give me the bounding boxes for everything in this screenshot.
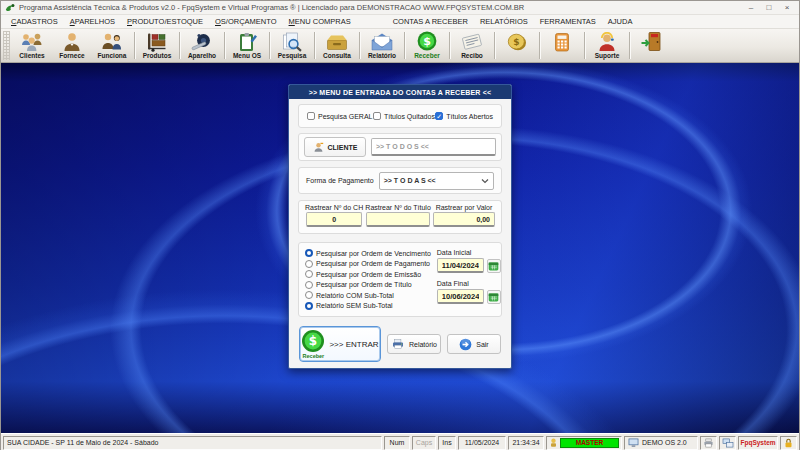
menu-ajuda[interactable]: AJUDA (602, 15, 639, 28)
toolbar-menu-os-button[interactable]: Menu OS (227, 29, 267, 62)
window-titlebar[interactable]: Programa Assistência Técnica & Produtos … (1, 1, 799, 15)
checkbox-titulos-abertos[interactable]: ✓ Títulos Abertos (435, 112, 493, 120)
service-order-icon (235, 31, 259, 52)
toolbar-receber-button[interactable]: $ Receber (407, 29, 447, 62)
status-location: SUA CIDADE - SP 11 de Maio de 2024 - Sáb… (3, 436, 382, 450)
checkbox-group: Pesquisa GERAL Títulos Quitados ✓ Título… (298, 104, 502, 128)
dialog-body: Pesquisa GERAL Títulos Quitados ✓ Título… (289, 99, 511, 362)
search-icon (280, 31, 304, 52)
radio-relatorio-sem-subtotal[interactable]: Relatório SEM Sub-Total (305, 301, 431, 311)
dialog-buttons-row: $ Receber >>> ENTRAR (298, 326, 502, 362)
forma-pagamento-select[interactable]: >> T O D A S << (379, 172, 494, 190)
cliente-group: CLIENTE (298, 133, 502, 161)
chevron-down-icon (481, 178, 489, 184)
toolbar-calculadora-button[interactable] (542, 29, 582, 62)
status-network-panel (719, 436, 736, 450)
sair-button[interactable]: Sair (447, 334, 501, 354)
toolbar-clientes-label: Clientes (19, 52, 44, 60)
rastrear-valor-input[interactable] (433, 212, 495, 227)
toolbar-moeda-button[interactable]: $ (497, 29, 537, 62)
radio-ordem-vencimento[interactable]: Pesquisar por Ordem de Vencimento (305, 248, 431, 258)
data-inicial-input[interactable] (437, 258, 484, 273)
minimize-button[interactable]: – (743, 2, 759, 14)
dialog-titlebar[interactable]: >> MENU DE ENTRADA DO CONTAS A RECEBER <… (289, 85, 511, 99)
rastrear-titulo-input[interactable] (366, 212, 430, 227)
entrar-button[interactable]: $ Receber >>> ENTRAR (299, 326, 381, 362)
rastrear-ch-input[interactable] (306, 212, 362, 227)
toolbar-aparelho-button[interactable]: Aparelho (182, 29, 222, 62)
toolbar-clientes-button[interactable]: Clientes (12, 29, 52, 62)
radio-relatorio-com-subtotal[interactable]: Relatório COM Sub-Total (305, 290, 431, 300)
status-user-badge: MASTER (560, 438, 619, 448)
menu-aparelhos[interactable]: APARELHOS (64, 15, 121, 28)
toolbar-separator (584, 32, 585, 59)
status-bar: SUA CIDADE - SP 11 de Maio de 2024 - Sáb… (1, 433, 799, 450)
radio-circle[interactable] (305, 270, 313, 278)
menu-contas-a-receber[interactable]: CONTAS A RECEBER (387, 15, 474, 28)
radio-circle[interactable] (305, 302, 313, 310)
toolbar-recibo-button[interactable]: Recibo (452, 29, 492, 62)
toolbar-produtos-button[interactable]: Produtos (137, 29, 177, 62)
toolbar-suporte-label: Suporte (595, 52, 620, 60)
toolbar-suporte-button[interactable]: Suporte (587, 29, 627, 62)
receber-dollar-icon: $ Receber (301, 329, 325, 359)
checkbox-box[interactable] (307, 112, 315, 120)
checkbox-box[interactable] (373, 112, 381, 120)
menu-os-orcamento[interactable]: OS/ORÇAMENTO (209, 15, 283, 28)
toolbar-sair-button[interactable] (632, 29, 672, 62)
radio-label: Pesquisar por Ordem de Pagamento (316, 260, 430, 267)
radio-ordem-titulo[interactable]: Pesquisar por Ordem de Título (305, 280, 431, 290)
calculator-icon (550, 31, 574, 52)
menu-cadastros[interactable]: CADASTROS (5, 15, 64, 28)
network-icon (722, 438, 734, 448)
toolbar-pesquisa-button[interactable]: Pesquisa (272, 29, 312, 62)
menu-bar: CADASTROS APARELHOS PRODUTO/ESTOQUE OS/O… (1, 15, 799, 29)
radio-ordem-pagamento[interactable]: Pesquisar por Ordem de Pagamento (305, 259, 431, 269)
menu-relatorios[interactable]: RELATÓRIOS (474, 15, 534, 28)
status-brand: FpqSystem (738, 436, 778, 450)
toolbar-consulta-button[interactable]: Consulta (317, 29, 357, 62)
radio-circle[interactable] (305, 291, 313, 299)
ordenacao-group: Pesquisar por Ordem de Vencimento Pesqui… (298, 242, 502, 317)
toolbar-fornece-label: Fornece (59, 52, 84, 60)
status-capslock: Caps (412, 436, 436, 450)
menu-ferramentas[interactable]: FERRAMENTAS (534, 15, 602, 28)
radio-ordem-emissao[interactable]: Pesquisar por Ordem de Emissão (305, 269, 431, 279)
toolbar-funciona-button[interactable]: Funciona (92, 29, 132, 62)
toolbar-separator (314, 32, 315, 59)
receber-caption: Receber (303, 353, 325, 359)
rastrear-titulo-label: Rastrear Nº do Título (365, 204, 430, 211)
radio-label: Relatório SEM Sub-Total (316, 302, 393, 309)
menu-produto-estoque[interactable]: PRODUTO/ESTOQUE (121, 15, 209, 28)
data-final-calendar-button[interactable] (487, 290, 501, 304)
radio-circle[interactable] (305, 249, 313, 257)
monitor-icon (628, 438, 639, 448)
data-inicial-label: Data Inicial (437, 249, 501, 256)
cliente-input[interactable] (371, 138, 496, 156)
radio-label: Pesquisar por Ordem de Vencimento (316, 250, 431, 257)
data-inicial-calendar-button[interactable] (487, 259, 501, 273)
checkbox-label: Títulos Quitados (384, 113, 435, 120)
data-final-label: Data Final (437, 280, 501, 287)
forma-pagamento-value: >> T O D A S << (384, 177, 481, 184)
relatorio-button[interactable]: Relatório (387, 334, 441, 354)
checkbox-label: Títulos Abertos (446, 113, 493, 120)
support-icon (595, 31, 619, 52)
checkbox-box[interactable]: ✓ (435, 112, 443, 120)
checkbox-pesquisa-geral[interactable]: Pesquisa GERAL (307, 112, 372, 120)
close-button[interactable]: × (779, 2, 795, 14)
menu-menu-compras[interactable]: MENU COMPRAS (283, 15, 357, 28)
maximize-button[interactable]: □ (761, 2, 777, 14)
forma-pagamento-label: Forma de Pagamento (306, 177, 374, 184)
toolbar-relatorio-button[interactable]: Relatório (362, 29, 402, 62)
toolbar-fornece-button[interactable]: Fornece (52, 29, 92, 62)
data-final-input[interactable] (437, 289, 484, 304)
lookup-icon (325, 31, 349, 52)
application-window: Programa Assistência Técnica & Produtos … (0, 0, 800, 450)
cliente-button[interactable]: CLIENTE (304, 137, 366, 157)
toolbar-receber-label: Receber (414, 52, 440, 60)
checkbox-titulos-quitados[interactable]: Títulos Quitados (373, 112, 435, 120)
radio-circle[interactable] (305, 260, 313, 268)
radio-circle[interactable] (305, 281, 313, 289)
svg-text:$: $ (423, 35, 431, 48)
